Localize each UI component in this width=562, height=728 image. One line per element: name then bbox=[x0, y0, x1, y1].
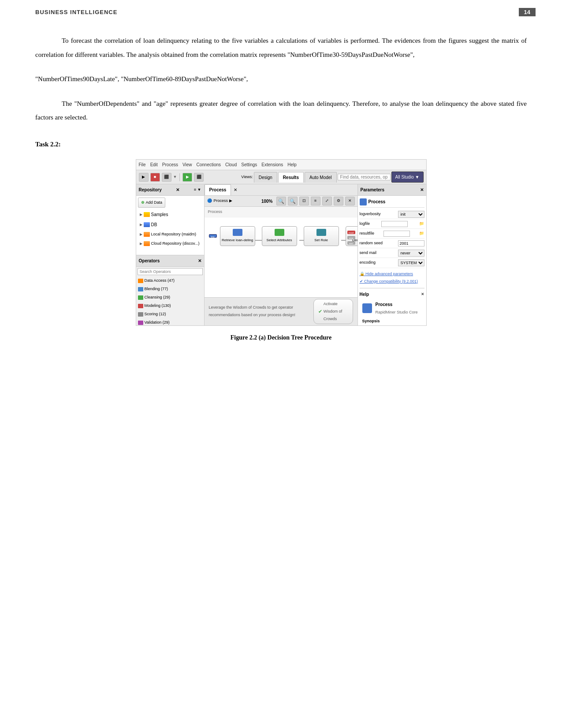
rm-main-layout: Repository ✕ ≡ ▼ ⊕ Add Data ▶ Samples bbox=[136, 184, 426, 325]
menu-cloud[interactable]: Cloud bbox=[225, 161, 237, 169]
toolbar-play[interactable]: ▶ bbox=[182, 173, 192, 182]
op-scoring[interactable]: Scoring (12) bbox=[136, 310, 204, 318]
expand-btn[interactable]: ⤢ bbox=[322, 197, 332, 205]
toolbar-btn-3[interactable]: ⬛ bbox=[162, 173, 171, 182]
layout-btn[interactable]: ≡ bbox=[311, 197, 320, 205]
operators-title: Operators bbox=[139, 257, 160, 265]
op-folder-icon-score bbox=[138, 312, 143, 317]
tab-results[interactable]: Results bbox=[278, 172, 304, 183]
param-label-random-seed: random seed bbox=[360, 239, 383, 247]
help-content: Process RapidMiner Studio Core Synopsis … bbox=[360, 299, 424, 325]
node-retrieve-label: Retrieve loan-deling bbox=[222, 237, 253, 243]
param-input-logfile[interactable] bbox=[381, 221, 408, 227]
param-label-logfile: logfile bbox=[360, 220, 370, 228]
menu-view[interactable]: View bbox=[182, 161, 192, 169]
param-input-send-mail[interactable]: never bbox=[398, 250, 424, 257]
tab-auto-model[interactable]: Auto Model bbox=[305, 172, 337, 183]
search-input[interactable] bbox=[338, 174, 391, 180]
arrow-icon-local: ▶ bbox=[140, 231, 142, 238]
op-cleansing[interactable]: Cleansing (29) bbox=[136, 293, 204, 302]
repo-item-db[interactable]: ▶ DB bbox=[138, 220, 202, 230]
zoom-out-btn[interactable]: 🔍 bbox=[288, 197, 298, 205]
figure-caption: Figure 2.2 (a) Decision Tree Procedure bbox=[35, 332, 527, 344]
toolbar-btn-2[interactable]: ■ bbox=[150, 173, 160, 182]
repository-header: Repository ✕ ≡ ▼ bbox=[136, 184, 204, 196]
help-close[interactable]: ✕ bbox=[421, 291, 424, 298]
change-compat-label[interactable]: ✔ Change compatibility (9.2.001) bbox=[360, 279, 418, 284]
param-row-send-mail: send mail never bbox=[360, 248, 424, 258]
repo-item-samples[interactable]: ▶ Samples bbox=[138, 209, 202, 220]
wisdom-button[interactable]: ✔ Activate Wisdom of Crowds bbox=[313, 299, 353, 324]
param-input-random-seed[interactable] bbox=[398, 240, 424, 246]
rm-menubar: File Edit Process View Connections Cloud… bbox=[136, 160, 426, 170]
help-section: Help ✕ Process RapidMiner Studio Core bbox=[360, 288, 424, 325]
add-data-button[interactable]: ⊕ Add Data bbox=[138, 198, 166, 208]
operators-search-input[interactable] bbox=[138, 268, 203, 275]
operators-close[interactable]: ✕ bbox=[198, 257, 201, 265]
fit-btn[interactable]: ⊡ bbox=[299, 197, 309, 205]
folder-cloud-icon bbox=[144, 241, 150, 246]
op-folder-icon-valid bbox=[138, 321, 143, 325]
rm-left-panel: Repository ✕ ≡ ▼ ⊕ Add Data ▶ Samples bbox=[136, 184, 205, 325]
help-process-name: Process bbox=[376, 300, 418, 309]
operators-panel: Operators ✕ Data Access (47) Blending (7… bbox=[136, 255, 204, 325]
param-row-encoding: encoding SYSTEM bbox=[360, 258, 424, 268]
node-select[interactable]: Select Attributes bbox=[262, 226, 297, 246]
parameters-close[interactable]: ✕ bbox=[420, 186, 424, 194]
arrow-icon-cloud: ▶ bbox=[140, 240, 142, 247]
change-compat-link[interactable]: ✔ Change compatibility (9.2.001) bbox=[360, 278, 424, 285]
node-retrieve[interactable]: Retrieve loan-deling bbox=[220, 226, 255, 246]
param-input-logverbosity[interactable]: init bbox=[398, 211, 424, 218]
op-scoring-label: Scoring (12) bbox=[145, 310, 166, 318]
op-validation[interactable]: Validation (29) bbox=[136, 318, 204, 325]
menu-process[interactable]: Process bbox=[162, 161, 178, 169]
node-set-role-icon bbox=[316, 229, 326, 236]
rm-toolbar: ▶ ■ ⬛ ▼ ▶ ⬛ Views: Design Results Auto M… bbox=[136, 170, 426, 184]
param-input-encoding[interactable]: SYSTEM bbox=[398, 259, 424, 266]
param-label-encoding: encoding bbox=[360, 259, 376, 266]
repo-item-local[interactable]: ▶ Local Repository (maidm) bbox=[138, 230, 202, 239]
toolbar-btn-1[interactable]: ▶ bbox=[139, 173, 149, 182]
params-process-header: Process bbox=[360, 198, 424, 208]
process-tab-close[interactable]: ✕ bbox=[231, 184, 240, 195]
add-data-label: Add Data bbox=[146, 199, 163, 206]
menu-file[interactable]: File bbox=[139, 161, 146, 169]
op-blending[interactable]: Blending (77) bbox=[136, 285, 204, 293]
help-process-icon bbox=[362, 303, 372, 313]
zoom-in-btn[interactable]: 🔍 bbox=[276, 197, 286, 205]
toolbar-btn-5[interactable]: ⬛ bbox=[194, 173, 204, 182]
tab-design[interactable]: Design bbox=[254, 172, 277, 183]
repo-item-cloud[interactable]: ▶ Cloud Repository (discov...) bbox=[138, 239, 202, 248]
close-center-btn[interactable]: ✕ bbox=[345, 197, 355, 205]
param-input-resultfile[interactable] bbox=[383, 231, 410, 237]
op-data-access[interactable]: Data Access (47) bbox=[136, 276, 204, 285]
folder-local-icon bbox=[144, 232, 150, 237]
repository-content: ⊕ Add Data ▶ Samples ▶ DB ▶ bbox=[136, 196, 204, 255]
op-folder-icon-clean bbox=[138, 295, 143, 300]
paragraph-3: The "NumberOfDependents" and "age" repre… bbox=[35, 97, 527, 125]
menu-connections[interactable]: Connections bbox=[196, 161, 221, 169]
settings-btn[interactable]: ⚙ bbox=[334, 197, 343, 205]
checkmark-icon: ✔ bbox=[318, 307, 322, 316]
params-links: 🔒 Hide advanced parameters ✔ Change comp… bbox=[360, 270, 424, 285]
repository-menu-icon[interactable]: ≡ ▼ bbox=[194, 186, 201, 194]
studio-dropdown[interactable]: All Studio ▼ bbox=[391, 172, 424, 183]
menu-help[interactable]: Help bbox=[287, 161, 297, 169]
logfile-folder-icon[interactable]: 📁 bbox=[419, 220, 424, 228]
paragraph-1: To forecast the correlation of loan deli… bbox=[35, 34, 527, 62]
node-set-role-label: Set Role bbox=[314, 237, 328, 243]
node-set-role[interactable]: Set Role bbox=[304, 226, 339, 246]
repository-close[interactable]: ✕ bbox=[176, 186, 179, 194]
input-port-group: inp bbox=[209, 234, 219, 247]
process-run-icon: 🔵 bbox=[207, 197, 212, 205]
hide-advanced-link[interactable]: 🔒 Hide advanced parameters bbox=[360, 270, 424, 278]
op-modeling[interactable]: Modeling (130) bbox=[136, 302, 204, 310]
process-tab[interactable]: Process bbox=[205, 184, 231, 195]
resultfile-folder-icon[interactable]: 📁 bbox=[419, 230, 424, 237]
menu-extensions[interactable]: Extensions bbox=[261, 161, 283, 169]
hide-advanced-label[interactable]: 🔒 Hide advanced parameters bbox=[360, 272, 413, 276]
rm-statusbar: Leverage the Wisdom of Crowds to get ope… bbox=[205, 297, 357, 325]
menu-edit[interactable]: Edit bbox=[150, 161, 158, 169]
menu-settings[interactable]: Settings bbox=[241, 161, 257, 169]
process-canvas: inp Retrieve loan-deling Select Attribut… bbox=[205, 217, 357, 297]
